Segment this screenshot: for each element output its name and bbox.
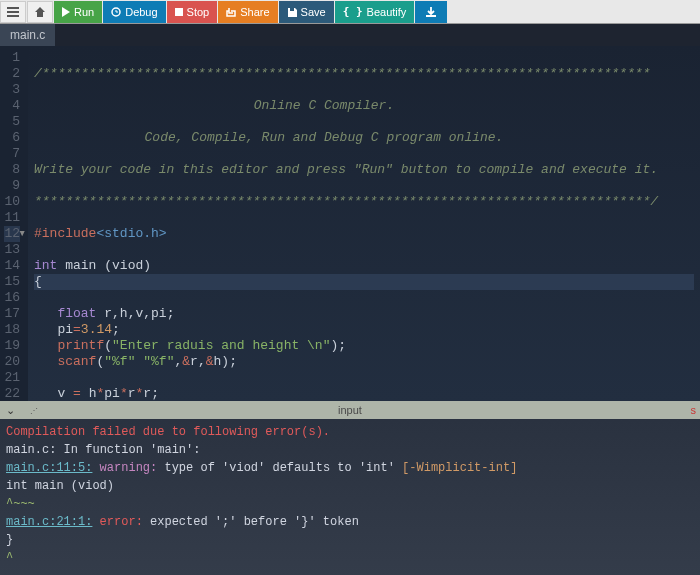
line-number: 12▾ (4, 226, 20, 242)
home-icon (34, 6, 46, 18)
code-line: printf("Enter raduis and height \n"); (34, 338, 346, 353)
file-tab[interactable]: main.c (0, 24, 55, 46)
share-button[interactable]: Share (218, 1, 277, 23)
line-number: 2 (4, 66, 20, 82)
code-line: ****************************************… (34, 194, 658, 209)
stop-icon (175, 8, 183, 16)
svg-rect-1 (175, 8, 183, 16)
line-number: 5 (4, 114, 20, 130)
save-button[interactable]: Save (279, 1, 334, 23)
console-line: main.c: In function 'main': (6, 441, 694, 459)
beautify-button[interactable]: { } Beautify (335, 1, 415, 23)
download-icon (425, 6, 437, 18)
save-icon (287, 7, 297, 17)
line-number: 6 (4, 130, 20, 146)
console-line: ^~~~ (6, 495, 694, 513)
line-number: 13 (4, 242, 20, 258)
code-line: float r,h,v,pi; (34, 306, 174, 321)
line-number: 22 (4, 386, 20, 401)
line-number: 10 (4, 194, 20, 210)
run-label: Run (74, 6, 94, 18)
share-icon (226, 7, 236, 17)
code-line: int main (viod) (34, 258, 151, 273)
console-line: int main (viod) (6, 477, 694, 495)
code-line: #include<stdio.h> (34, 226, 167, 241)
debug-icon (111, 7, 121, 17)
line-number: 8 (4, 162, 20, 178)
code-editor[interactable]: 1 2 3 4 5 6 7 8 9 10 11 12▾ 13 14 15 16 … (0, 46, 700, 401)
line-number: 1 (4, 50, 20, 66)
code-line: scanf("%f" "%f",&r,&h); (34, 354, 237, 369)
line-number: 11 (4, 210, 20, 226)
code-line: pi=3.14; (34, 322, 120, 337)
line-number: 21 (4, 370, 20, 386)
line-number: 7 (4, 146, 20, 162)
code-line: v = h*pi*r*r; (34, 386, 159, 401)
console-line: main.c:21:1: error: expected ';' before … (6, 513, 694, 531)
line-number: 18 (4, 322, 20, 338)
debug-button[interactable]: Debug (103, 1, 165, 23)
line-number: 16 (4, 290, 20, 306)
code-line: Online C Compiler. (34, 98, 694, 114)
console-output: Compilation failed due to following erro… (0, 419, 700, 575)
code-line: Write your code in this editor and press… (34, 162, 658, 177)
code-line: Code, Compile, Run and Debug C program o… (34, 130, 694, 146)
line-number: 19 (4, 338, 20, 354)
run-button[interactable]: Run (54, 1, 102, 23)
download-button[interactable] (415, 1, 447, 23)
line-number: 3 (4, 82, 20, 98)
line-number: 20 (4, 354, 20, 370)
save-label: Save (301, 6, 326, 18)
line-gutter: 1 2 3 4 5 6 7 8 9 10 11 12▾ 13 14 15 16 … (0, 46, 28, 401)
menu-icon (7, 7, 19, 17)
line-number: 4 (4, 98, 20, 114)
stop-label: Stop (187, 6, 210, 18)
line-number: 17 (4, 306, 20, 322)
braces-icon: { } (343, 5, 363, 18)
play-icon (62, 7, 70, 17)
io-panel-tab[interactable]: ⌄ ⋰ input s (0, 401, 700, 419)
console-line: } (6, 531, 694, 549)
line-number: 9 (4, 178, 20, 194)
console-line: ^ (6, 549, 694, 567)
beautify-label: Beautify (367, 6, 407, 18)
line-number: 15 (4, 274, 20, 290)
menu-btn[interactable] (0, 1, 26, 23)
chevron-down-icon[interactable]: ⌄ (6, 404, 15, 417)
error-header: Compilation failed due to following erro… (6, 423, 694, 441)
code-line: /***************************************… (34, 66, 650, 81)
share-label: Share (240, 6, 269, 18)
debug-label: Debug (125, 6, 157, 18)
s-indicator: s (691, 404, 697, 416)
code-area[interactable]: /***************************************… (28, 46, 700, 401)
home-btn[interactable] (27, 1, 53, 23)
toolbar: Run Debug Stop Share Save { } Beautify (0, 0, 700, 24)
code-line: { (34, 274, 694, 290)
input-tab-label: input (338, 404, 362, 416)
stop-button[interactable]: Stop (167, 1, 218, 23)
line-number: 14 (4, 258, 20, 274)
console-line: main.c:11:5: warning: type of 'viod' def… (6, 459, 694, 477)
resize-handle-icon[interactable]: ⋰ (30, 406, 38, 415)
